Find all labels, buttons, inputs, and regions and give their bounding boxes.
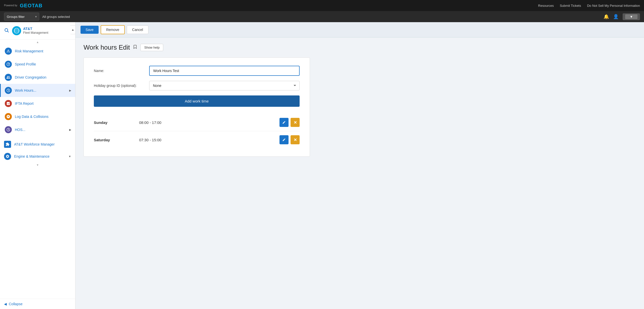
main-layout: ▲ AT&T Fleet Managem — [0, 22, 644, 309]
geotab-logo: Powered by GEOTAB — [4, 3, 43, 9]
att-workforce-icon — [4, 141, 11, 148]
hos-icon — [5, 126, 12, 133]
page-title-row: Work hours Edit Show help — [84, 44, 636, 51]
work-time-entry-saturday: Saturday 07:30 - 15:00 ✕ — [94, 131, 300, 148]
search-icon[interactable] — [4, 28, 9, 34]
risk-management-icon — [5, 48, 12, 55]
svg-point-6 — [8, 64, 9, 65]
sidebar-header: AT&T Fleet Management — [0, 22, 75, 40]
sidebar-collapse-button[interactable]: ◀ Collapse — [0, 299, 75, 309]
hos-chevron-icon: ▶ — [69, 128, 71, 131]
user-menu-label: ▼ — [625, 14, 637, 19]
engine-maintenance-chevron-icon: ▼ — [68, 155, 71, 158]
work-hours-chevron-icon: ▶ — [69, 89, 71, 92]
sidebar: ▲ AT&T Fleet Managem — [0, 22, 75, 309]
sidebar-item-label-risk-management: Risk Management — [15, 49, 71, 53]
work-time-hours-saturday: 07:30 - 15:00 — [139, 138, 279, 142]
sidebar-item-label-log-data-collisions: Log Data & Collisions — [15, 115, 71, 119]
sidebar-item-work-hours[interactable]: Work Hours... ▶ — [0, 84, 75, 97]
sidebar-collapse-toggle[interactable]: ▲ — [70, 25, 75, 34]
sidebar-item-label-att-workforce: AT&T Workforce Manager — [14, 142, 71, 146]
groups-filter-select[interactable]: Groups filter — [4, 13, 39, 21]
collapse-label: Collapse — [9, 302, 22, 306]
page-title: Work hours Edit — [84, 44, 130, 51]
sidebar-item-label-work-hours: Work Hours... — [15, 88, 66, 92]
delete-sunday-button[interactable]: ✕ — [291, 118, 300, 127]
brand-name: AT&T Fleet Management — [23, 27, 48, 35]
work-time-hours-sunday: 08:00 - 17:00 — [139, 120, 279, 125]
speed-profile-icon — [5, 61, 12, 68]
sidebar-item-ifta-report[interactable]: IFTA Report — [0, 97, 75, 110]
top-navbar: Powered by GEOTAB Resources Submit Ticke… — [0, 0, 644, 11]
sidebar-item-label-engine-maintenance: Engine & Maintenance — [14, 154, 65, 158]
holiday-form-row: Holiday group ID (optional): None — [94, 81, 300, 90]
sidebar-item-driver-congregation[interactable]: Driver Congregation — [0, 71, 75, 84]
engine-maintenance-icon — [4, 153, 11, 160]
groups-bar-right: 🔔 👤 ▼ — [603, 13, 640, 20]
scroll-down-indicator: ▼ — [0, 162, 75, 167]
resources-link[interactable]: Resources — [538, 4, 554, 8]
collapse-arrow-icon: ◀ — [4, 302, 7, 306]
groups-selected-text: All groups selected — [42, 15, 70, 19]
scroll-up-indicator: ▲ — [0, 40, 75, 45]
cancel-button[interactable]: Cancel — [127, 25, 148, 34]
sidebar-item-speed-profile[interactable]: Speed Profile — [0, 58, 75, 71]
do-not-sell-link[interactable]: Do Not Sell My Personal Information — [587, 4, 640, 8]
name-label: Name: — [94, 69, 144, 73]
holiday-label: Holiday group ID (optional): — [94, 84, 144, 88]
brand-name-top: AT&T — [23, 27, 48, 31]
sidebar-item-risk-management[interactable]: Risk Management — [0, 45, 75, 58]
geotab-wordmark: GEOTAB — [20, 3, 43, 9]
sidebar-item-hos[interactable]: HOS... ▶ — [0, 123, 75, 136]
sidebar-item-label-driver-congregation: Driver Congregation — [15, 75, 71, 79]
brand-logo: AT&T Fleet Management — [12, 26, 48, 35]
work-time-actions-saturday: ✕ — [279, 135, 300, 144]
toolbar: Save Remove Cancel — [75, 22, 644, 38]
edit-saturday-button[interactable] — [279, 135, 289, 144]
show-help-button[interactable]: Show help — [140, 44, 163, 51]
work-time-day-saturday: Saturday — [94, 138, 139, 142]
add-work-time-button[interactable]: Add work time — [94, 95, 300, 107]
svg-line-1 — [8, 31, 9, 32]
work-time-entries: Sunday 08:00 - 17:00 ✕ Saturday 07:30 - … — [94, 114, 300, 148]
groups-filter-wrapper[interactable]: Groups filter ▼ — [4, 13, 39, 21]
powered-by-text: Powered by — [4, 4, 17, 7]
sidebar-item-log-data-collisions[interactable]: Log Data & Collisions — [0, 110, 75, 123]
top-bar-left: Powered by GEOTAB — [4, 3, 43, 9]
log-data-icon — [5, 113, 12, 120]
form-card: Name: Holiday group ID (optional): None … — [84, 57, 310, 157]
groups-filter-bar: Groups filter ▼ All groups selected 🔔 👤 … — [0, 11, 644, 22]
svg-point-0 — [5, 28, 8, 31]
submit-tickets-link[interactable]: Submit Tickets — [560, 4, 581, 8]
sidebar-item-engine-maintenance[interactable]: Engine & Maintenance ▼ — [0, 150, 75, 162]
brand-name-bottom: Fleet Management — [23, 31, 48, 35]
sidebar-item-label-speed-profile: Speed Profile — [15, 62, 71, 66]
name-input[interactable] — [149, 66, 300, 76]
user-menu-dropdown[interactable]: ▼ — [623, 13, 640, 20]
name-form-row: Name: — [94, 66, 300, 76]
work-time-day-sunday: Sunday — [94, 120, 139, 125]
top-bar-right: Resources Submit Tickets Do Not Sell My … — [538, 4, 640, 8]
att-logo-icon — [12, 26, 21, 35]
sidebar-item-att-workforce[interactable]: AT&T Workforce Manager — [0, 138, 75, 150]
sidebar-item-label-ifta-report: IFTA Report — [15, 101, 71, 106]
work-time-actions-sunday: ✕ — [279, 118, 300, 127]
driver-congregation-icon — [5, 74, 12, 81]
remove-button[interactable]: Remove — [101, 25, 125, 34]
work-time-entry-sunday: Sunday 08:00 - 17:00 ✕ — [94, 114, 300, 131]
notification-bell-icon[interactable]: 🔔 — [603, 14, 609, 19]
edit-sunday-button[interactable] — [279, 118, 289, 127]
work-hours-icon — [5, 87, 12, 94]
delete-saturday-button[interactable]: ✕ — [291, 135, 300, 144]
user-avatar-icon[interactable]: 👤 — [613, 14, 619, 19]
sidebar-item-label-hos: HOS... — [15, 128, 66, 132]
page-content: Work hours Edit Show help Name: Holiday — [75, 38, 644, 163]
holiday-group-select[interactable]: None — [149, 81, 300, 90]
save-button[interactable]: Save — [80, 26, 99, 34]
bookmark-icon[interactable] — [133, 45, 137, 50]
content-area: Save Remove Cancel Work hours Edit Show … — [75, 22, 644, 309]
ifta-report-icon — [5, 100, 12, 107]
